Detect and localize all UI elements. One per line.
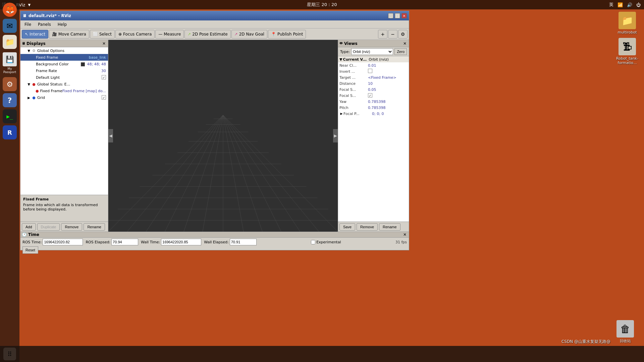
default-light-value [102,75,108,80]
default-light-checkbox[interactable] [102,75,106,79]
taskbar-files[interactable]: 📁 [3,35,17,49]
grid-checkbox[interactable] [102,95,106,100]
minimize-button[interactable]: _ [388,13,393,18]
views-remove-button[interactable]: Remove [357,223,378,231]
global-status-label: Global Status: E... [37,82,108,86]
add-button[interactable]: Add [22,223,36,231]
taskbar-terminal[interactable]: ▶_ [3,109,17,123]
experimental-checkbox[interactable] [311,240,315,244]
menu-panels[interactable]: Panels [35,21,54,27]
remove-toolbar-button[interactable]: − [388,30,397,39]
desktop-icon-robot-tank[interactable]: 🗜 Robot_tank-formatio... [614,38,641,65]
move-camera-button[interactable]: 🎥 Move Camera [49,30,89,39]
menu-file[interactable]: File [22,21,34,27]
viewport-arrow-right[interactable]: ▶ [333,129,338,142]
maximize-button[interactable]: □ [395,13,400,18]
views-save-button[interactable]: Save [339,223,355,231]
my-passport-img: 💾 [3,52,17,66]
taskbar-settings[interactable]: ⚙ [3,77,17,91]
pitch-value: 0.785398 [368,106,386,110]
distance-value: 10 [368,81,373,86]
frame-rate-item[interactable]: Frame Rate 30 [20,67,108,74]
background-color-label: Background Color [36,62,81,66]
my-passport-icon[interactable]: 💾 My Passport [0,51,19,75]
background-color-item[interactable]: Background Color 48; 48; 48 [20,61,108,67]
interact-button[interactable]: ↖ Interact [22,30,48,39]
pose-icon: ↗ [187,32,191,37]
focal-s2-check[interactable] [368,93,372,98]
remove-button[interactable]: Remove [61,223,82,231]
add-toolbar-button[interactable]: + [378,30,387,39]
3d-grid [108,40,338,232]
taskbar-email[interactable]: ✉ [3,19,17,33]
global-status-error-icon: ● [31,82,37,86]
bg-color-swatch [81,62,85,66]
invert-checkbox[interactable] [368,69,372,74]
dropdown-arrow[interactable]: ▼ [28,3,31,7]
trash-icon-wrapper[interactable]: 🗑 回收站 [616,320,634,344]
target-value: <Fixed Frame> [368,75,396,80]
global-options-item[interactable]: ▼ ⚙ Global Options [20,47,108,54]
close-button[interactable]: ✕ [401,13,407,18]
config-toolbar-button[interactable]: ⚙ [398,30,408,39]
distance-label: Distance [339,81,368,86]
rviz-window: 🖥 default.rviz* - RViz _ □ ✕ File Panels… [20,11,409,250]
desktop-icon-multirobot[interactable]: 📁 multirobot [614,12,641,35]
time-close-button[interactable]: ✕ [402,232,408,237]
focal-p-label: Focal P... [343,112,372,116]
viewport-arrow-left[interactable]: ◀ [108,129,113,142]
measure-button[interactable]: — Measure [155,30,184,39]
taskbar-rviz[interactable]: R [3,125,17,139]
description-title: Fixed Frame [23,197,105,201]
gs-fixed-frame-item[interactable]: ● Fixed Frame Fixed Frame [map] do... [20,87,108,94]
duplicate-button[interactable]: Duplicate [37,223,60,231]
frame-rate-label: Frame Rate [36,69,101,73]
displays-title: Displays [26,41,46,46]
fixed-frame-item[interactable]: Fixed Frame base_link [20,54,108,61]
yaw-value: 0.785398 [368,100,386,104]
invert-check[interactable] [368,69,372,73]
default-light-item[interactable]: Default Light [20,74,108,81]
displays-close-button[interactable]: ✕ [101,41,107,46]
system-tray: 英 📶 🔊 ⏻ [609,2,641,8]
power-icon: ⏻ [636,2,641,7]
focal-s2-checkbox[interactable] [368,93,372,98]
ros-time-input[interactable] [43,239,83,245]
views-type-select[interactable]: Orbit (rviz) [351,48,393,55]
focus-camera-button[interactable]: ⊕ Focus Camera [115,30,155,39]
taskbar-help[interactable]: ? [3,93,17,107]
3d-viewport[interactable]: ◀ ▶ [108,40,338,232]
ros-elapsed-input[interactable] [111,239,138,245]
select-button[interactable]: ⬜ Select [90,30,115,39]
grid-item[interactable]: ▶ ● Grid [20,94,108,101]
wall-elapsed-input[interactable] [230,239,257,245]
nav-goal-button[interactable]: ↗ 2D Nav Goal [231,30,267,39]
views-type-row: Type: Orbit (rviz) Zero [338,47,409,56]
views-invert: Invert ... [338,68,409,74]
near-clip-label: Near Cl... [339,63,368,68]
time-panel: 🕐 Time ✕ ROS Time: ROS Elapsed: Wall Tim… [20,232,409,250]
pose-estimate-button[interactable]: ↗ 2D Pose Estimate [184,30,230,39]
bottom-right-text: CSDN @山重水复疑无路@ [561,339,610,345]
focus-icon: ⊕ [118,32,122,37]
fixed-frame-label: Fixed Frame [36,55,89,60]
robot-tank-icon-img: 🗜 [619,38,636,55]
menu-help[interactable]: Help [55,21,69,27]
views-type-label: Type: [340,50,350,54]
fixed-frame-value: base_link [89,55,108,60]
toolbar-right: + − ⚙ [378,30,408,39]
rename-button[interactable]: Rename [84,223,105,231]
bottom-apps-icon[interactable]: ⠿ [3,348,16,360]
wall-elapsed-group: Wall Elapsed: [204,239,256,245]
views-close-button[interactable]: ✕ [402,41,408,46]
reset-button[interactable]: Reset [22,246,38,254]
displays-panel-header: 🖥 Displays ✕ [20,40,108,47]
global-status-item[interactable]: ▼ ● Global Status: E... [20,81,108,87]
views-current-section: ▼ Current V... Orbit (rviz) [338,56,409,62]
views-zero-button[interactable]: Zero [394,48,407,55]
publish-point-button[interactable]: 📍 Publish Point [268,30,306,39]
taskbar-firefox[interactable]: 🦊 [3,3,17,17]
wall-time-input[interactable] [161,239,201,245]
views-rename-button[interactable]: Rename [379,223,400,231]
wifi-icon: 📶 [618,2,623,7]
